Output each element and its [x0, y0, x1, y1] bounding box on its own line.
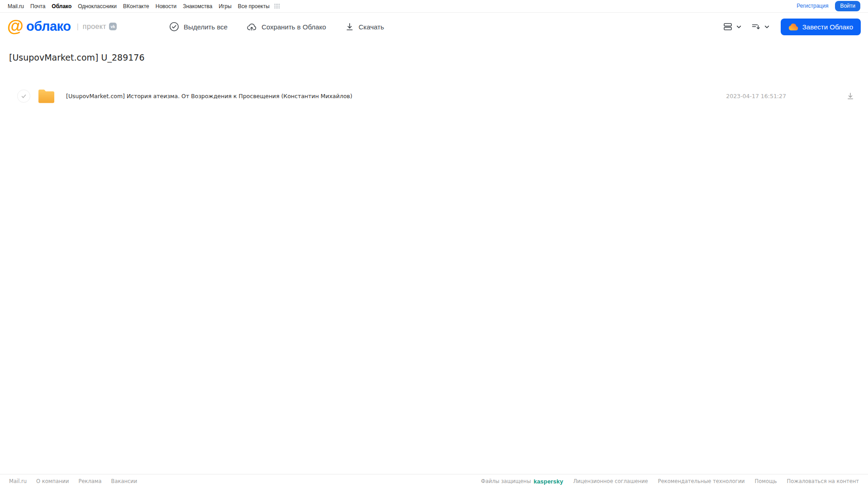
project-label: проект: [83, 23, 106, 31]
cloud-upload-icon: [247, 22, 257, 32]
logo-divider: |: [76, 22, 78, 31]
topnav-link-oblako[interactable]: Облако: [52, 3, 71, 9]
download-icon: [345, 22, 354, 31]
select-all-button[interactable]: Выделить все: [169, 22, 228, 32]
save-to-cloud-label: Сохранить в Облако: [261, 23, 326, 31]
logo-wordmark: облако: [26, 19, 71, 34]
topnav-link-pochta[interactable]: Почта: [30, 3, 45, 9]
chevron-down-icon: [764, 24, 770, 30]
topnav-link-vkontakte[interactable]: ВКонтакте: [123, 3, 149, 9]
footer-left-links: Mail.ru О компании Реклама Вакансии: [9, 478, 137, 484]
footer-link-mailru[interactable]: Mail.ru: [9, 478, 27, 484]
file-list: [UsupovMarket.com] История атеизма. От В…: [0, 85, 868, 107]
mailru-at-icon: @: [7, 19, 24, 33]
app-header: @ облако | проект vk Выделить все Сохран…: [0, 13, 868, 41]
topnav-link-znakomstva[interactable]: Знакомства: [183, 3, 212, 9]
sort-icon: [751, 22, 761, 32]
cloud-logo[interactable]: @ облако | проект vk: [7, 19, 117, 34]
all-projects-grid-icon[interactable]: [274, 4, 280, 9]
topnav-link-mailru[interactable]: Mail.ru: [8, 3, 24, 9]
view-mode-selector[interactable]: [723, 22, 742, 32]
page-title: [UsupovMarket.com] U_289176: [9, 52, 868, 62]
register-link[interactable]: Регистрация: [797, 3, 828, 9]
file-toolbar: Выделить все Сохранить в Облако Скачать: [169, 22, 384, 32]
footer-link-license[interactable]: Лицензионное соглашение: [573, 478, 648, 484]
download-button[interactable]: Скачать: [345, 22, 384, 31]
row-checkbox[interactable]: [17, 90, 30, 103]
file-row[interactable]: [UsupovMarket.com] История атеизма. От В…: [0, 85, 868, 107]
folder-icon: [37, 88, 56, 104]
footer-link-about[interactable]: О компании: [36, 478, 69, 484]
footer-link-jobs[interactable]: Вакансии: [111, 478, 138, 484]
footer: Mail.ru О компании Реклама Вакансии Файл…: [0, 474, 868, 488]
vk-icon: vk: [109, 23, 117, 30]
topnav-auth-area: Регистрация Войти: [797, 1, 860, 11]
footer-link-ads[interactable]: Реклама: [78, 478, 101, 484]
portal-navigation: Mail.ru Почта Облако Одноклассники ВКонт…: [0, 0, 868, 13]
file-modified-date: 2023-04-17 16:51:27: [726, 93, 786, 99]
get-cloud-button[interactable]: Завести Облако: [781, 19, 861, 35]
download-label: Скачать: [359, 23, 384, 31]
login-button[interactable]: Войти: [835, 1, 860, 11]
check-circle-icon: [169, 22, 179, 32]
checkmark-icon: [21, 93, 27, 99]
main-content: [UsupovMarket.com] U_289176: [0, 52, 868, 107]
topnav-link-novosti[interactable]: Новости: [156, 3, 176, 9]
footer-link-recommendation-tech[interactable]: Рекомендательные технологии: [658, 478, 745, 484]
kaspersky-protection: Файлы защищены kaspersky: [481, 478, 563, 485]
cloud-icon: [788, 23, 798, 31]
footer-link-help[interactable]: Помощь: [755, 478, 777, 484]
header-controls: Завести Облако: [723, 19, 861, 35]
kaspersky-logo[interactable]: kaspersky: [534, 478, 563, 485]
topnav-link-igry[interactable]: Игры: [218, 3, 231, 9]
sort-selector[interactable]: [751, 22, 770, 32]
protected-by-label: Файлы защищены: [481, 478, 531, 484]
footer-link-report-content[interactable]: Пожаловаться на контент: [787, 478, 859, 484]
topnav-link-all-projects[interactable]: Все проекты: [238, 3, 270, 9]
chevron-down-icon: [736, 24, 742, 30]
file-name: [UsupovMarket.com] История атеизма. От В…: [66, 93, 726, 99]
save-to-cloud-button[interactable]: Сохранить в Облако: [247, 22, 326, 32]
topnav-link-odnoklassniki[interactable]: Одноклассники: [78, 3, 117, 9]
get-cloud-label: Завести Облако: [802, 23, 853, 31]
select-all-label: Выделить все: [184, 23, 228, 31]
footer-right-links: Файлы защищены kaspersky Лицензионное со…: [481, 478, 859, 485]
row-download-icon[interactable]: [846, 91, 855, 100]
list-view-icon: [723, 22, 733, 32]
